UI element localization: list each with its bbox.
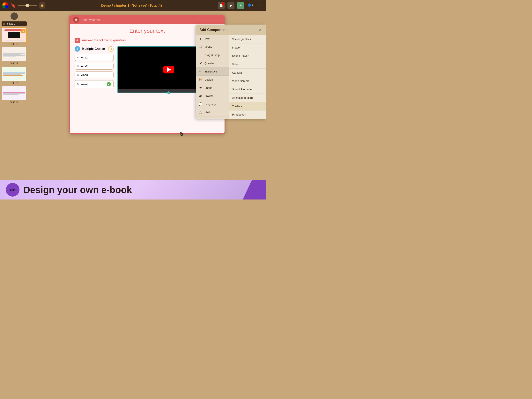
category-interactive-label: Interactive	[204, 70, 217, 73]
option-animation-flash[interactable]: Animation(Flash)	[229, 94, 266, 102]
slide-header-icon: 🏠	[73, 17, 79, 23]
option-video[interactable]: Video	[229, 60, 266, 69]
page-01-gear-icon[interactable]: ⚙	[21, 29, 25, 33]
option-sound-recorder[interactable]: Sound Recorder	[229, 85, 266, 94]
category-math[interactable]: △ Math	[196, 108, 229, 116]
page-01-label: page 01	[2, 42, 26, 45]
resize-handle-bottom[interactable]	[167, 91, 170, 94]
banner-decoration	[243, 180, 266, 200]
sidebar-item-page04[interactable]: page 04	[1, 86, 27, 104]
text-icon: T	[199, 37, 203, 41]
option-sound-player[interactable]: Sound Player	[229, 52, 266, 60]
answer-option-a[interactable]: A. Ans1	[75, 54, 114, 61]
answer-option-b[interactable]: B. Ans2	[75, 63, 114, 70]
youtube-play-button[interactable]	[163, 66, 174, 73]
option-youtube[interactable]: YouTube	[229, 102, 266, 110]
category-dragdrop[interactable]: ↔ Drag & Drop	[196, 51, 229, 59]
page-03-thumbnail	[2, 67, 26, 81]
top-bar: 🔖 🔒 Demo / chapter 1 (Not save) (Total:4…	[0, 0, 266, 11]
option-print-button[interactable]: Print button	[229, 110, 266, 119]
component-categories: T Text ⚙ Media ↔ Drag & Drop ✔ Question	[196, 35, 229, 119]
category-text[interactable]: T Text	[196, 35, 229, 43]
category-media-label: Media	[204, 45, 212, 49]
category-dragdrop-label: Drag & Drop	[204, 54, 220, 57]
notification-badge: !	[222, 2, 224, 5]
design-icon: 🎨	[199, 78, 203, 81]
notification-button[interactable]: 📋 !	[218, 2, 225, 9]
option-image[interactable]: Image	[229, 44, 266, 52]
chapter-label: A chapt ..	[1, 21, 27, 26]
option-youtube-label: YouTube	[232, 105, 243, 108]
sidebar-item-page03[interactable]: page 03	[1, 66, 27, 84]
chapter-letter: A	[3, 22, 5, 25]
browse-icon: ◉	[199, 94, 203, 98]
preview-button[interactable]: ▶	[228, 2, 234, 9]
slide-header: 🏠 Enter your text	[70, 15, 225, 24]
play-triangle-icon	[167, 67, 171, 72]
main-layout: + A chapt .. ⚙ page 01	[0, 11, 266, 180]
option-video-camera-label: Video Camera	[232, 79, 249, 83]
category-interactive[interactable]: ☞ Interactive	[196, 67, 229, 76]
answer-option-d[interactable]: D. Ans4 ✓	[75, 80, 114, 88]
correct-answer-check: ✓	[107, 82, 111, 86]
add-page-sidebar-button[interactable]: +	[11, 13, 18, 20]
lock-button[interactable]: 🔒	[39, 2, 45, 9]
category-question[interactable]: ✔ Question	[196, 59, 229, 67]
question-text: Answer the following question	[82, 38, 126, 42]
answer-letter-c: C.	[77, 73, 80, 76]
answer-letter-d: D.	[77, 83, 80, 86]
panel-body: T Text ⚙ Media ↔ Drag & Drop ✔ Question	[196, 35, 266, 119]
category-math-label: Math	[204, 111, 210, 114]
component-options: Vector graphics Image Sound Player Video…	[229, 35, 266, 119]
category-language[interactable]: 💬 Language	[196, 100, 229, 108]
language-icon: 💬	[199, 102, 203, 106]
media-icon: ⚙	[199, 45, 203, 49]
mc-header: 1 Multiple Choice +1	[75, 46, 114, 52]
answer-text-a: Ans1	[81, 56, 88, 59]
category-media[interactable]: ⚙ Media	[196, 43, 229, 51]
mc-label: Multiple Choice	[82, 47, 105, 51]
page-01-thumbnail: ⚙	[2, 28, 26, 42]
multiple-choice-panel: 1 Multiple Choice +1 A. Ans1 B. Ans2	[75, 46, 114, 93]
page-03-label: page 03	[2, 81, 26, 84]
option-image-label: Image	[232, 46, 240, 49]
add-component-panel: Add Component ✕ T Text ⚙ Media ↔	[196, 25, 266, 119]
bookmark-icon[interactable]: 🔖	[11, 3, 16, 8]
page-04-thumbnail	[2, 86, 26, 100]
zoom-slider[interactable]	[18, 5, 37, 6]
banner-pencil-icon: ✏	[6, 183, 19, 197]
category-shape[interactable]: ★ Shape	[196, 84, 229, 92]
sidebar-item-page01[interactable]: ⚙ page 01	[1, 27, 27, 45]
app-logo[interactable]	[2, 2, 9, 9]
option-sound-player-label: Sound Player	[232, 54, 248, 58]
add-option-button[interactable]: +1	[108, 46, 114, 52]
category-browse[interactable]: ◉ Browse	[196, 92, 229, 100]
category-design-label: Design	[204, 78, 213, 81]
more-options-button[interactable]: ⋮	[257, 2, 264, 9]
question-badge: A	[75, 38, 80, 43]
document-title: Demo / chapter 1 (Not save) (Total:4)	[47, 4, 216, 8]
mc-number: 1	[75, 46, 80, 52]
shape-icon: ★	[199, 86, 203, 90]
category-design[interactable]: 🎨 Design	[196, 76, 229, 84]
category-browse-label: Browse	[204, 95, 214, 98]
option-camera-label: Camera	[232, 71, 242, 74]
option-video-camera[interactable]: Video Camera	[229, 77, 266, 85]
option-print-button-label: Print button	[232, 113, 246, 116]
option-vector-graphics[interactable]: Vector graphics	[229, 35, 266, 44]
page-02-label: page 02	[2, 62, 26, 64]
answer-text-c: Ans3	[81, 73, 88, 77]
panel-title: Add Component	[199, 28, 227, 32]
sidebar-item-page02[interactable]: page 02	[1, 47, 27, 65]
slider-thumb[interactable]	[25, 4, 29, 7]
option-camera[interactable]: Camera	[229, 69, 266, 77]
add-user-button[interactable]: 👤+	[247, 2, 254, 9]
panel-close-button[interactable]: ✕	[257, 27, 262, 32]
category-question-label: Question	[204, 62, 215, 65]
add-page-button[interactable]: +	[237, 2, 244, 9]
canvas-area: 🏠 Enter your text Enter your text A Answ…	[28, 11, 266, 180]
chapter-name: chapt ..	[6, 22, 15, 25]
interactive-icon: ☞	[199, 70, 203, 73]
option-video-label: Video	[232, 63, 239, 66]
answer-option-c[interactable]: C. Ans3	[75, 71, 114, 78]
